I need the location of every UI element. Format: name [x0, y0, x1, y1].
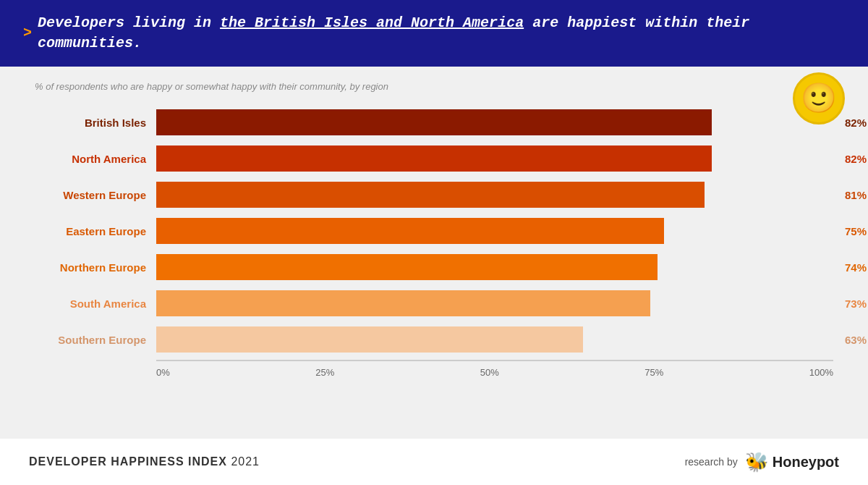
bar-fill: [156, 182, 705, 208]
banner-text-before: Developers living in: [38, 14, 220, 31]
arrow-icon: >: [23, 23, 32, 43]
bar-pct-label: 82%: [845, 117, 867, 129]
main-content: 🙂 % of respondents who are happy or some…: [0, 67, 868, 378]
bar-track: 74%: [156, 254, 833, 280]
bar-track: 82%: [156, 109, 833, 135]
bar-pct-label: 81%: [845, 189, 867, 201]
bar-pct-label: 74%: [845, 261, 867, 274]
bar-pct-label: 75%: [845, 225, 867, 237]
bar-pct-label: 82%: [845, 153, 867, 165]
bar-pct-label: 63%: [845, 334, 867, 346]
bar-fill: [156, 254, 658, 280]
x-axis-label: 50%: [480, 367, 499, 378]
bar-fill: [156, 146, 712, 172]
bar-row: Western Europe81%: [35, 179, 833, 211]
bar-pct-label: 73%: [845, 298, 867, 310]
banner-underline: the British Isles and North America: [220, 14, 524, 31]
bee-icon: 🐝: [745, 451, 768, 473]
honeypot-brand-name: Honeypot: [773, 454, 839, 471]
footer: DEVELOPER HAPPINESS INDEX 2021 research …: [0, 439, 868, 485]
bar-fill: [156, 109, 712, 135]
honeypot-logo: 🐝 Honeypot: [745, 451, 839, 473]
bar-label: South America: [35, 298, 156, 310]
x-axis-label: 25%: [315, 367, 334, 378]
bar-track: 63%: [156, 326, 833, 353]
bar-chart: British Isles82%North America82%Western …: [35, 99, 833, 355]
bar-track: 73%: [156, 290, 833, 316]
bar-track: 82%: [156, 146, 833, 172]
footer-brand: research by 🐝 Honeypot: [685, 451, 839, 473]
bar-fill: [156, 218, 664, 244]
bar-label: North America: [35, 153, 156, 165]
banner-text: Developers living in the British Isles a…: [38, 13, 845, 54]
bar-row: Eastern Europe75%: [35, 215, 833, 247]
top-banner: > Developers living in the British Isles…: [0, 0, 868, 67]
chart-subtitle: % of respondents who are happy or somewh…: [35, 67, 833, 99]
bar-label: British Isles: [35, 117, 156, 129]
bar-label: Northern Europe: [35, 261, 156, 274]
x-axis: 0%25%50%75%100%: [156, 360, 833, 378]
x-axis-label: 0%: [156, 367, 170, 378]
bar-row: Southern Europe63%: [35, 324, 833, 355]
bar-fill: [156, 326, 583, 353]
bar-fill: [156, 290, 650, 316]
bar-label: Western Europe: [35, 189, 156, 201]
bar-track: 75%: [156, 218, 833, 244]
footer-title: DEVELOPER HAPPINESS INDEX 2021: [29, 455, 260, 468]
x-axis-label: 100%: [809, 367, 833, 378]
bar-row: British Isles82%: [35, 106, 833, 138]
bar-track: 81%: [156, 182, 833, 208]
bar-row: South America73%: [35, 287, 833, 319]
bar-label: Eastern Europe: [35, 225, 156, 237]
footer-research-label: research by: [685, 456, 738, 468]
bar-row: North America82%: [35, 143, 833, 174]
footer-title-text: DEVELOPER HAPPINESS INDEX: [29, 455, 227, 468]
x-axis-label: 75%: [644, 367, 663, 378]
footer-year-value: 2021: [231, 455, 260, 468]
bar-label: Southern Europe: [35, 334, 156, 346]
bar-row: Northern Europe74%: [35, 251, 833, 283]
